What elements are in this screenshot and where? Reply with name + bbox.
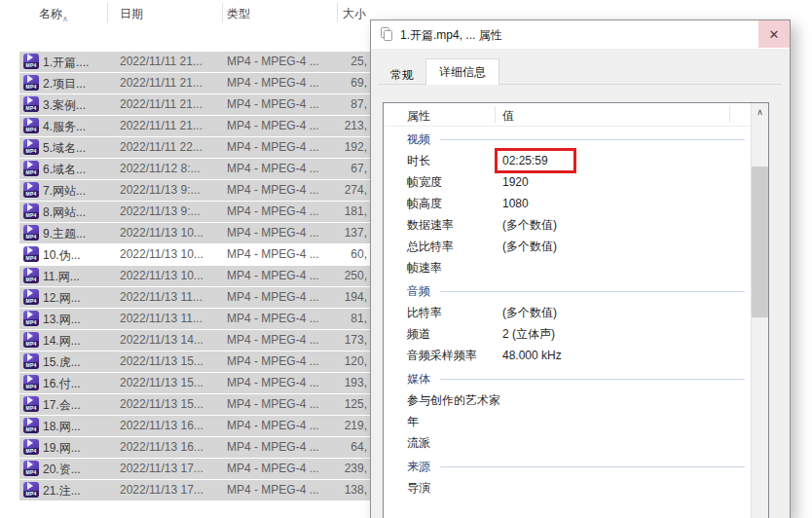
file-row[interactable]: MP4 1.开篇.... 2022/11/11 21... MP4 - MPEG… [19,52,386,72]
file-date: 2022/11/11 21... [120,97,203,111]
file-date: 2022/11/12 8:... [120,162,201,175]
file-type: MP4 - MPEG-4 ... [227,312,319,325]
details-list-header: 属性 值 [384,103,768,127]
details-scrollbar[interactable]: ∧ [751,103,768,518]
file-date: 2022/11/11 21... [120,55,203,68]
file-type: MP4 - MPEG-4 ... [227,226,319,240]
file-row[interactable]: MP4 19.网... 2022/11/13 16... MP4 - MPEG-… [19,437,386,458]
properties-dialog: 1.开篇.mp4, ... 属性 ✕ 常规详细信息 属性 值 视频时长02:25… [370,19,791,518]
play-icon [27,375,33,383]
file-row[interactable]: MP4 8.网站... 2022/11/13 9:... MP4 - MPEG-… [19,202,386,222]
scrollbar-thumb[interactable] [752,166,768,317]
mp4-icon-label: MP4 [23,169,39,176]
file-size: 81, [312,312,367,325]
file-name: 11.网... [43,269,80,285]
file-row[interactable]: MP4 9.主题... 2022/11/13 10... MP4 - MPEG-… [19,223,386,243]
file-name: 3.案例... [43,97,86,114]
file-size: 194, [312,290,367,304]
mp4-icon-label: MP4 [23,319,39,326]
file-size: 138, [312,483,367,497]
mp4-file-icon: MP4 [23,161,39,176]
file-date: 2022/11/13 15... [120,376,203,389]
file-row[interactable]: MP4 20.资... 2022/11/13 17... MP4 - MPEG-… [19,459,386,479]
mp4-icon-label: MP4 [23,362,39,369]
property-row: 帧高度1080 [384,193,745,214]
play-icon [27,139,33,147]
file-row[interactable]: MP4 2.项目... 2022/11/11 21... MP4 - MPEG-… [19,73,386,93]
file-size: 213, [312,119,367,132]
file-type: MP4 - MPEG-4 ... [227,183,319,197]
close-button[interactable]: ✕ [758,20,790,48]
property-row: 参与创作的艺术家 [384,389,745,411]
property-row: 帧速率 [384,257,745,278]
tab-details[interactable]: 详细信息 [425,58,499,85]
file-row[interactable]: MP4 11.网... 2022/11/13 10... MP4 - MPEG-… [19,266,386,286]
column-header-size[interactable]: 大小 [312,6,366,22]
mp4-file-icon: MP4 [23,54,39,69]
file-date: 2022/11/13 9:... [120,204,201,218]
property-row: 数据速率(多个数值) [384,214,745,236]
column-divider[interactable] [107,3,108,22]
column-header-type[interactable]: 类型 [227,6,250,22]
file-name: 5.域名... [43,140,86,157]
file-row[interactable]: MP4 6.域名... 2022/11/12 8:... MP4 - MPEG-… [19,159,386,179]
file-type: MP4 - MPEG-4 ... [227,440,319,454]
file-list-header: ∧ 名称 日期 类型 大小 [0,0,389,25]
file-row[interactable]: MP4 17.会... 2022/11/13 15... MP4 - MPEG-… [19,394,386,415]
mp4-icon-label: MP4 [23,105,39,112]
file-row[interactable]: MP4 14.网... 2022/11/13 14... MP4 - MPEG-… [19,330,386,351]
mp4-icon-label: MP4 [23,127,39,133]
file-size: 60, [312,247,367,261]
mp4-file-icon: MP4 [23,246,39,262]
file-row[interactable]: MP4 5.域名... 2022/11/11 22... MP4 - MPEG-… [19,137,386,158]
file-type: MP4 - MPEG-4 ... [227,290,319,304]
mp4-file-icon: MP4 [23,396,39,412]
mp4-icon-label: MP4 [23,448,39,455]
details-list: 属性 值 视频时长02:25:59帧宽度1920帧高度1080数据速率(多个数值… [383,102,769,518]
mp4-file-icon: MP4 [23,311,39,326]
file-row[interactable]: MP4 3.案例... 2022/11/11 21... MP4 - MPEG-… [19,94,386,115]
property-label: 帧宽度 [384,174,502,191]
column-divider [495,106,496,123]
file-row[interactable]: MP4 13.网... 2022/11/13 11... MP4 - MPEG-… [19,309,386,329]
details-column-property: 属性 [407,108,430,125]
property-row: 比特率(多个数值) [384,302,745,323]
file-size: 181, [312,204,367,218]
tab-general[interactable]: 常规 [379,63,425,84]
file-size: 274, [312,183,367,197]
sort-ascending-icon: ∧ [62,16,68,23]
dialog-titlebar[interactable]: 1.开篇.mp4, ... 属性 ✕ [371,20,790,49]
property-label: 总比特率 [384,239,502,255]
file-size: 239, [312,462,367,475]
file-row[interactable]: MP4 7.网站... 2022/11/13 9:... MP4 - MPEG-… [19,180,386,201]
column-header-name[interactable]: 名称 [39,6,62,22]
property-row: 频道2 (立体声) [384,323,745,345]
mp4-file-icon: MP4 [23,353,39,369]
file-type: MP4 - MPEG-4 ... [227,333,319,347]
property-value: 1080 [502,197,745,210]
play-icon [27,246,33,254]
file-row[interactable]: MP4 21.注... 2022/11/13 17... MP4 - MPEG-… [19,480,386,500]
column-header-date[interactable]: 日期 [120,6,143,22]
file-date: 2022/11/13 10... [120,269,203,282]
file-type: MP4 - MPEG-4 ... [227,483,319,497]
scroll-up-icon[interactable]: ∧ [752,103,768,120]
file-type: MP4 - MPEG-4 ... [227,162,319,175]
mp4-icon-label: MP4 [23,191,39,198]
file-size: 69, [312,76,367,90]
file-row[interactable]: MP4 16.付... 2022/11/13 15... MP4 - MPEG-… [19,373,386,393]
mp4-icon-label: MP4 [23,234,39,240]
file-row[interactable]: MP4 15.虎... 2022/11/13 15... MP4 - MPEG-… [19,352,386,372]
column-divider[interactable] [222,3,223,22]
property-label: 频道 [384,326,502,343]
play-icon [27,311,33,318]
file-size: 25, [312,55,367,68]
file-row[interactable]: MP4 10.伪... 2022/11/13 10... MP4 - MPEG-… [19,244,386,265]
column-divider[interactable] [337,3,338,22]
file-row[interactable]: MP4 4.服务... 2022/11/11 21... MP4 - MPEG-… [19,116,386,136]
file-row[interactable]: MP4 12.网... 2022/11/13 11... MP4 - MPEG-… [19,287,386,308]
file-type: MP4 - MPEG-4 ... [227,119,319,132]
property-value: 48.000 kHz [502,349,745,362]
file-row[interactable]: MP4 18.网... 2022/11/13 16... MP4 - MPEG-… [19,416,386,436]
property-label: 帧速率 [384,260,502,277]
